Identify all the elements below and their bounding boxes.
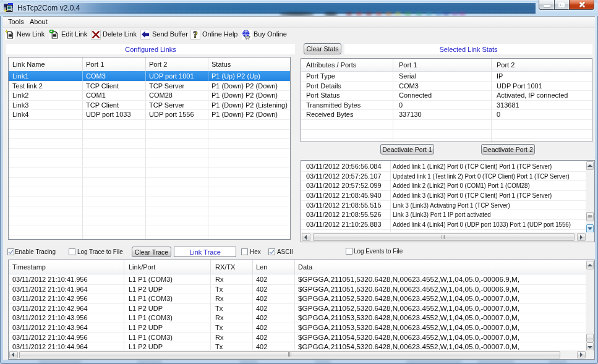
- svg-text:?: ?: [193, 30, 198, 40]
